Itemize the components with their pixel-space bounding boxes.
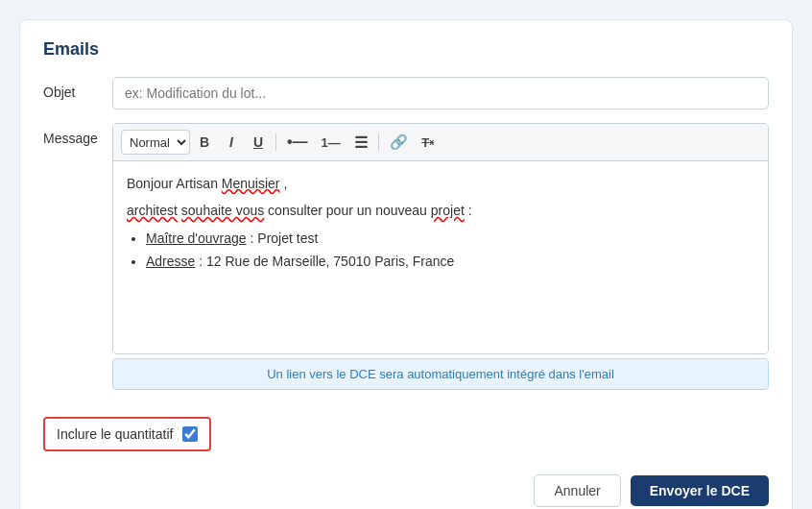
editor-toolbar: Normal B I U •— 1— ☰ 🔗 Tx <box>113 124 768 161</box>
message-row: Message Normal B I U •— 1— ☰ <box>43 123 769 390</box>
message-label: Message <box>43 123 112 146</box>
link-button[interactable]: 🔗 <box>384 130 414 155</box>
objet-input[interactable] <box>112 77 769 109</box>
objet-row: Objet <box>43 77 769 109</box>
objet-input-wrap <box>112 77 769 109</box>
page-title: Emails <box>43 39 769 60</box>
align-button[interactable]: ☰ <box>348 130 373 155</box>
editor-content[interactable]: Bonjour Artisan Menuisier , architest so… <box>113 161 768 353</box>
projet-text: projet <box>431 203 465 218</box>
maitre-val: Projet test <box>257 230 318 246</box>
message-line1: Bonjour Artisan Menuisier , <box>127 173 754 194</box>
inclure-checkbox[interactable] <box>182 426 198 442</box>
cancel-button[interactable]: Annuler <box>534 474 620 507</box>
link-note: Un lien vers le DCE sera automatiquement… <box>112 358 769 390</box>
italic-button[interactable]: I <box>219 130 244 155</box>
adresse-val: 12 Rue de Marseille, 75010 Paris, France <box>206 254 454 269</box>
editor-wrap: Normal B I U •— 1— ☰ 🔗 Tx <box>112 123 769 390</box>
style-select[interactable]: Normal <box>121 130 190 155</box>
bold-button[interactable]: B <box>192 130 217 155</box>
bullet-adresse: Adresse : 12 Rue de Marseille, 75010 Par… <box>146 251 754 272</box>
objet-label: Objet <box>43 77 112 100</box>
menuisier-text: Menuisier <box>222 176 280 191</box>
toolbar-divider-2 <box>378 133 379 151</box>
underline-button[interactable]: U <box>246 130 271 155</box>
souhaite-vous-text: souhaite vous <box>181 203 264 218</box>
adresse-label: Adresse <box>146 254 195 269</box>
footer-buttons: Annuler Envoyer le DCE <box>43 474 769 507</box>
architest-text: architest <box>127 203 178 218</box>
bullet-maitre: Maître d'ouvrage : Projet test <box>146 228 754 249</box>
inclure-checkbox-row: Inclure le quantitatif <box>43 417 211 451</box>
message-line2: architest souhaite vous consulter pour u… <box>127 200 754 221</box>
maitre-label: Maître d'ouvrage <box>146 230 247 246</box>
toolbar-divider-1 <box>275 133 276 151</box>
unordered-list-button[interactable]: •— <box>281 130 314 155</box>
clear-format-button[interactable]: Tx <box>416 130 441 155</box>
inclure-label: Inclure le quantitatif <box>57 426 173 442</box>
ordered-list-button[interactable]: 1— <box>316 130 346 155</box>
checkbox-container: Inclure le quantitatif <box>43 403 769 465</box>
message-bullets: Maître d'ouvrage : Projet test Adresse :… <box>146 228 754 273</box>
submit-button[interactable]: Envoyer le DCE <box>631 475 769 506</box>
rich-text-editor: Normal B I U •— 1— ☰ 🔗 Tx <box>112 123 769 354</box>
